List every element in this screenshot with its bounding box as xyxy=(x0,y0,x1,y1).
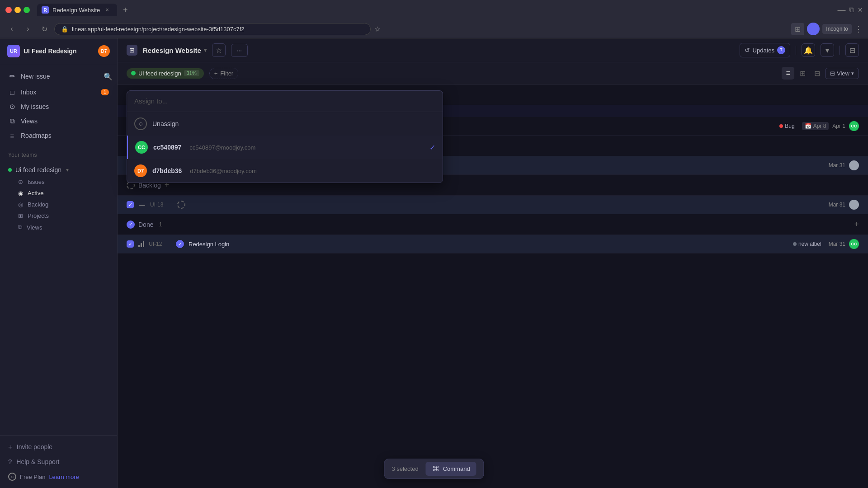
active-sub-icon: ◉ xyxy=(18,190,23,197)
issue-date: Apr 1 xyxy=(832,123,845,129)
teams-section-title: Your teams xyxy=(0,146,117,160)
search-btn[interactable]: 🔍 xyxy=(102,70,113,83)
bug-dot-icon xyxy=(779,124,783,128)
issue-title: Redesign Login xyxy=(189,241,785,248)
incognito-label[interactable]: Incognito xyxy=(822,24,852,34)
list-view-btn[interactable]: ≡ xyxy=(782,67,794,80)
filter-btn[interactable]: + Filter xyxy=(209,68,238,79)
updates-icon: ↺ xyxy=(745,47,750,54)
forward-btn[interactable]: › xyxy=(22,23,34,35)
team-item[interactable]: Ui feed redesign ▾ xyxy=(4,164,113,176)
sidebar-item-views[interactable]: ⧉ Views xyxy=(4,114,113,128)
issue-meta: new albel Mar 31 CC xyxy=(789,239,859,249)
due-date: Apr 8 xyxy=(813,123,826,129)
sidebar-item-inbox[interactable]: □ Inbox 1 xyxy=(4,85,113,99)
list-item[interactable]: CC cc540897 cc540897@moodjoy.com ✓ xyxy=(127,136,443,159)
workspace-info[interactable]: UR UI Feed Redesign xyxy=(7,45,76,57)
sidebar-sub-views[interactable]: ⧉ Views xyxy=(4,221,113,233)
browser-menu-btn[interactable]: ⋮ xyxy=(854,24,863,34)
free-plan-label: Free Plan xyxy=(20,474,45,480)
check-icon: ✓ xyxy=(128,202,132,208)
user-avatar: CC xyxy=(135,141,148,154)
browser-right-controls: ⊞ Incognito ⋮ xyxy=(791,23,863,35)
maximize-btn[interactable] xyxy=(24,7,30,13)
command-label: Command xyxy=(443,465,470,472)
browser-tabs: R Redesign Website × + xyxy=(33,4,137,16)
notifications-btn[interactable]: 🔔 xyxy=(802,43,815,57)
cycle-badge[interactable]: Ui feed redesign 31% xyxy=(127,68,204,79)
sidebar-sub-active[interactable]: ◉ Active xyxy=(4,188,113,199)
status-icon xyxy=(177,201,185,209)
workspace-avatar: UR xyxy=(7,45,20,57)
done-count: 1 xyxy=(159,221,162,228)
browser-chrome: R Redesign Website × + — ⧉ × ‹ › ↻ 🔒 lin… xyxy=(0,0,868,38)
profile-btn[interactable] xyxy=(807,23,820,35)
updates-btn[interactable]: ↺ Updates 7 xyxy=(740,43,790,57)
invite-people-item[interactable]: + Invite people xyxy=(4,439,113,454)
label-badge: new albel xyxy=(789,240,825,248)
grid-view-btn[interactable]: ⊞ xyxy=(796,67,809,80)
divider xyxy=(796,46,796,55)
project-name[interactable]: Redesign Website ▾ xyxy=(143,47,207,54)
filter-bar: Ui feed redesign 31% + Filter ≡ ⊞ ⊟ ⊟ Vi… xyxy=(118,62,868,84)
bottom-bar: 3 selected ⌘ Command xyxy=(384,459,484,479)
assign-search-input[interactable] xyxy=(134,97,435,105)
tab-favicon: R xyxy=(42,6,49,14)
topbar: ⊞ Redesign Website ▾ ☆ ··· ↺ Updates 7 🔔… xyxy=(118,38,868,62)
tab-close-btn[interactable]: × xyxy=(104,6,111,14)
sidebar-item-roadmaps[interactable]: ≡ Roadmaps xyxy=(4,128,113,143)
command-icon: ⌘ xyxy=(432,465,439,473)
view-dropdown-icon: ⊟ xyxy=(830,70,835,77)
view-dropdown-btn[interactable]: ⊟ View ▾ xyxy=(825,68,859,79)
check-icon: ✓ xyxy=(429,143,435,152)
status-icon: ✓ xyxy=(176,240,184,248)
roadmaps-icon: ≡ xyxy=(8,131,16,140)
table-row[interactable]: ✓ UI-12 ✓ Redesign Login new albel Mar 3… xyxy=(118,235,868,253)
extensions-btn[interactable]: ⊞ xyxy=(791,23,804,35)
assign-search xyxy=(127,91,443,112)
issue-meta: Bug 📅 Apr 8 Apr 1 CC xyxy=(776,121,859,131)
layout-btn[interactable]: ⊟ xyxy=(845,43,859,57)
browser-nav: ‹ › ↻ 🔒 linear.app/ui-feed-redesign/proj… xyxy=(0,20,868,38)
sidebar-item-my-issues[interactable]: ⊙ My issues xyxy=(4,99,113,114)
browser-tab-active[interactable]: R Redesign Website × xyxy=(37,4,117,16)
bug-badge: Bug xyxy=(776,122,798,130)
learn-more-link[interactable]: Learn more xyxy=(49,474,79,480)
sidebar-item-new-issue[interactable]: ✏ New issue xyxy=(4,69,102,84)
address-bar[interactable]: 🔒 linear.app/ui-feed-redesign/project/re… xyxy=(54,23,371,35)
issue-meta: Mar 31 xyxy=(829,200,859,210)
check-icon: ✓ xyxy=(128,241,132,247)
due-date-chip: 📅 Apr 8 xyxy=(802,122,829,130)
section-done[interactable]: ✓ Done 1 + xyxy=(118,214,868,235)
command-btn[interactable]: ⌘ Command xyxy=(426,462,476,476)
reload-btn[interactable]: ↻ xyxy=(38,23,51,35)
sidebar-sub-issues[interactable]: ⊙ Issues xyxy=(4,176,113,188)
table-row[interactable]: ✓ — UI-13 Mar 31 xyxy=(118,196,868,214)
help-support-item[interactable]: ? Help & Support xyxy=(4,454,113,469)
issue-checkbox[interactable]: ✓ xyxy=(127,240,134,248)
restore-icon: ⧉ xyxy=(849,6,854,14)
priority-bars-icon xyxy=(138,241,144,247)
issue-id: UI-12 xyxy=(149,241,171,247)
new-tab-btn[interactable]: + xyxy=(119,4,132,16)
issue-checkbox[interactable]: ✓ xyxy=(127,201,134,208)
close-window-icon: × xyxy=(858,5,863,15)
back-btn[interactable]: ‹ xyxy=(5,23,18,35)
bookmark-project-btn[interactable]: ☆ xyxy=(212,43,226,57)
more-options-btn[interactable]: ··· xyxy=(231,44,248,57)
list-item[interactable]: ○ Unassign xyxy=(127,112,443,136)
sidebar-sub-projects[interactable]: ⊞ Projects xyxy=(4,210,113,221)
done-section-add-btn[interactable]: + xyxy=(854,220,859,229)
help-icon: ? xyxy=(8,458,12,465)
chevron-down-icon: ▾ xyxy=(851,70,854,76)
sidebar-sub-backlog[interactable]: ◎ Backlog xyxy=(4,199,113,210)
free-plan-row: ○ Free Plan Learn more xyxy=(4,469,113,484)
user-avatar[interactable]: D7 xyxy=(98,45,110,57)
cycle-name: Ui feed redesign xyxy=(138,70,181,77)
close-btn[interactable] xyxy=(5,7,12,13)
list-item[interactable]: D7 d7bdeb36 d7bdeb36@moodjoy.com xyxy=(127,159,443,183)
minimize-btn[interactable] xyxy=(14,7,21,13)
chevron-down-btn[interactable]: ▾ xyxy=(821,43,834,57)
table-view-btn[interactable]: ⊟ xyxy=(811,67,823,80)
bookmark-btn[interactable]: ☆ xyxy=(374,25,381,33)
